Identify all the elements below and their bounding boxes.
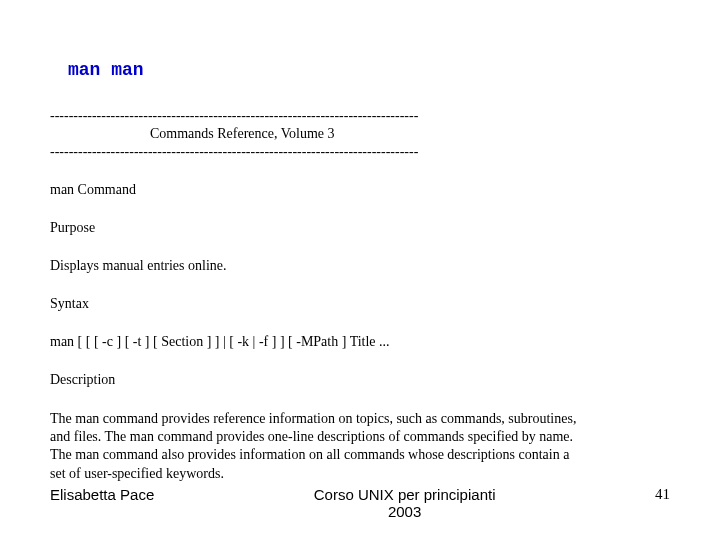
purpose-text: Displays manual entries online. bbox=[50, 258, 670, 274]
divider-bottom: ----------------------------------------… bbox=[50, 144, 670, 160]
divider-top: ----------------------------------------… bbox=[50, 108, 670, 124]
footer-course-line1: Corso UNIX per principianti bbox=[154, 486, 655, 503]
command-name-heading: man Command bbox=[50, 182, 670, 198]
syntax-label: Syntax bbox=[50, 296, 670, 312]
footer-course-line2: 2003 bbox=[154, 503, 655, 520]
slide-title: man man bbox=[68, 60, 670, 80]
footer-page-number: 41 bbox=[655, 486, 670, 503]
footer-course: Corso UNIX per principianti 2003 bbox=[154, 486, 655, 520]
description-text: The man command provides reference infor… bbox=[50, 410, 580, 483]
purpose-label: Purpose bbox=[50, 220, 670, 236]
slide-footer: Elisabetta Pace Corso UNIX per principia… bbox=[50, 486, 670, 520]
description-label: Description bbox=[50, 372, 670, 388]
reference-heading: Commands Reference, Volume 3 bbox=[150, 126, 670, 142]
footer-author: Elisabetta Pace bbox=[50, 486, 154, 503]
syntax-text: man [ [ [ -c ] [ -t ] [ Section ] ] | [ … bbox=[50, 334, 670, 350]
